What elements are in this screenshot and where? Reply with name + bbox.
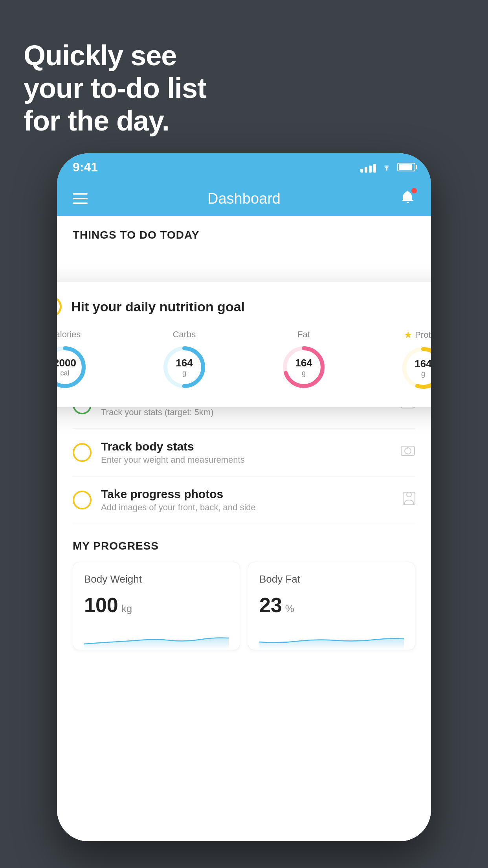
page-background: Quickly see your to-do list for the day.… [0,0,488,868]
body-stats-check-circle [73,443,92,462]
status-icons [360,161,415,173]
svg-point-0 [386,169,387,171]
calories-donut: 2000 cal [57,344,88,391]
todo-item-body-stats[interactable]: Track body stats Enter your weight and m… [73,429,415,476]
nutrition-circles: Calories 2000 cal [57,329,431,392]
battery-icon [397,163,415,171]
todo-item-progress-photos[interactable]: Take progress photos Add images of your … [73,476,415,524]
person-icon [403,491,415,509]
wifi-icon [381,161,393,173]
scale-icon [400,445,415,460]
protein-donut: 164 g [400,344,431,392]
my-progress-section: MY PROGRESS Body Weight 100 kg [57,524,431,658]
progress-cards: Body Weight 100 kg [73,562,415,650]
status-bar: 9:41 [57,153,431,181]
body-fat-value: 23 [259,593,282,617]
carbs-donut: 164 g [161,344,208,391]
phone-mockup: 9:41 [57,153,431,841]
things-to-do-header: THINGS TO DO TODAY [57,216,431,248]
nutrition-fat: Fat 164 g [280,329,327,391]
notification-bell-icon[interactable] [400,189,415,208]
signal-icon [360,162,376,173]
headline-text: Quickly see your to-do list for the day. [24,39,206,137]
app-header: Dashboard [57,181,431,216]
body-weight-card[interactable]: Body Weight 100 kg [73,562,240,650]
nutrition-check-circle [57,296,62,317]
header-title: Dashboard [207,190,281,207]
body-weight-chart [84,626,229,650]
photos-check-circle [73,491,92,509]
nutrition-calories: Calories 2000 cal [57,329,88,391]
fat-donut: 164 g [280,344,327,391]
phone-body: THINGS TO DO TODAY Hit your daily nutrit… [57,216,431,841]
notification-badge [411,188,417,193]
hamburger-menu[interactable] [73,193,88,204]
progress-section-title: MY PROGRESS [73,540,415,552]
nutrition-protein: ★ Protein 164 g [400,329,431,392]
protein-star-icon: ★ [404,329,413,340]
body-weight-unit: kg [121,603,132,615]
nutrition-card: Hit your daily nutrition goal Calories [57,282,431,407]
nutrition-carbs: Carbs 164 g [161,329,208,391]
body-fat-card[interactable]: Body Fat 23 % [248,562,415,650]
body-weight-value: 100 [84,593,118,617]
nutrition-card-title: Hit your daily nutrition goal [71,299,245,314]
status-time: 9:41 [73,160,98,175]
body-fat-unit: % [285,603,294,615]
body-fat-chart [259,626,404,650]
svg-point-13 [407,492,411,497]
